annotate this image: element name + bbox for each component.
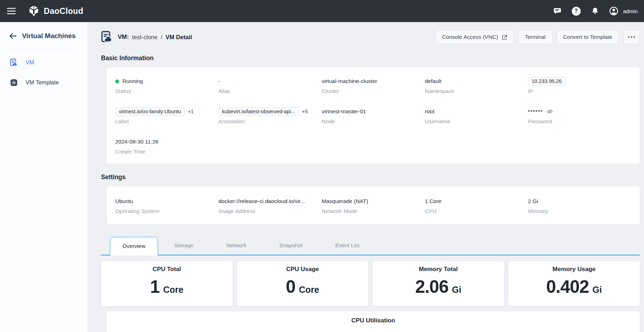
namespace-label: Namespace: [425, 88, 528, 94]
basic-information-heading: Basic Information: [101, 55, 640, 62]
user-avatar[interactable]: [609, 6, 618, 16]
username-value: root: [425, 107, 528, 116]
memory-usage-unit: Gi: [592, 285, 602, 295]
cpu-usage-title: CPU Usage: [237, 266, 369, 273]
vm-template-icon: [10, 79, 18, 87]
image-address-label: Image Address: [218, 208, 322, 214]
breadcrumb-separator: /: [161, 34, 163, 41]
terminal-button[interactable]: Terminal: [518, 30, 552, 44]
create-time-label: Create Time: [115, 149, 218, 155]
help-button[interactable]: ?: [571, 6, 581, 16]
field-create-time: 2024-08-30 11:26 Create Time: [115, 138, 218, 155]
sidebar-item-vm-label: VM: [26, 59, 34, 66]
vm-doc-cloud-icon: [10, 58, 18, 67]
cpu-total-value: 1: [150, 278, 160, 296]
sidebar-item-vm[interactable]: VM: [0, 53, 88, 73]
stat-card-cpu-usage: CPU Usage 0 Core: [237, 261, 369, 306]
cpu-label: CPU: [425, 208, 528, 214]
status-label: Status: [115, 88, 218, 94]
eye-off-icon: [546, 108, 553, 115]
ellipsis-icon: [628, 36, 629, 38]
convert-to-template-label: Convert to Template: [563, 34, 612, 40]
os-value: Ubuntu: [115, 197, 218, 206]
namespace-value: default: [425, 77, 528, 85]
node-value: virtnest-master-01: [322, 107, 425, 116]
breadcrumb: VM: test-clone / VM Detail: [118, 33, 192, 41]
tab-network[interactable]: Network: [210, 236, 263, 255]
cpu-usage-value: 0: [286, 278, 295, 296]
brand-logo: DaoCloud: [28, 5, 83, 17]
memory-label: Memory: [528, 208, 631, 214]
create-time-value: 2024-08-30 11:26: [115, 138, 218, 146]
annotation-chip: kubevirt.io/latest-observed-api...: [218, 107, 299, 116]
password-masked-value: ******: [528, 109, 543, 114]
cluster-label: Cluster: [322, 88, 425, 94]
field-node: virtnest-master-01 Node: [322, 107, 425, 125]
field-namespace: default Namespace: [425, 77, 528, 94]
field-annotation: kubevirt.io/latest-observed-api... +5 An…: [218, 107, 322, 125]
settings-heading: Settings: [101, 173, 640, 181]
sidebar-title: Virtual Machines: [22, 32, 76, 40]
breadcrumb-page-title: VM Detail: [165, 34, 192, 41]
memory-usage-title: Memory Usage: [508, 266, 640, 273]
top-navbar: DaoCloud ? admin: [0, 0, 644, 22]
console-access-vnc-button[interactable]: Console Access (VNC): [436, 30, 514, 44]
daocloud-logo-icon: [28, 5, 40, 17]
console-access-label: Console Access (VNC): [442, 34, 498, 40]
settings-card: Ubuntu Operating System docker://release…: [107, 186, 640, 224]
cpu-usage-unit: Core: [299, 285, 319, 295]
question-mark-icon: ?: [572, 7, 581, 16]
cpu-value: 1 Core: [425, 197, 528, 206]
tab-storage[interactable]: Storage: [158, 236, 210, 255]
username-label-field: Username: [425, 118, 528, 125]
more-actions-button[interactable]: [623, 30, 640, 44]
field-password: ****** Password: [528, 107, 631, 125]
field-os: Ubuntu Operating System: [115, 197, 218, 214]
field-cpu: 1 Core CPU: [425, 197, 528, 214]
network-mode-value: Masquerade (NAT): [322, 197, 425, 206]
stat-card-cpu-total: CPU Total 1 Core: [101, 261, 233, 306]
alias-label: Alias: [218, 88, 322, 94]
field-memory: 2 Gi Memory: [528, 197, 631, 214]
memory-total-title: Memory Total: [373, 266, 504, 273]
memory-usage-value: 0.402: [546, 278, 589, 296]
cpu-total-unit: Core: [163, 285, 184, 295]
password-visibility-toggle[interactable]: [546, 108, 553, 115]
field-network-mode: Masquerade (NAT) Network Mode: [322, 197, 425, 214]
bell-icon: [591, 7, 600, 16]
breadcrumb-vm-name: test-clone: [132, 34, 158, 41]
hamburger-icon: [7, 7, 16, 15]
message-icon: [553, 7, 562, 16]
back-arrow-icon[interactable]: [9, 32, 17, 40]
network-mode-label: Network Mode: [322, 208, 425, 214]
notifications-button[interactable]: [590, 6, 600, 16]
sidebar-item-vm-template-label: VM Template: [26, 79, 59, 86]
field-image-address: docker://release-ci.daocloud.io/vir... I…: [218, 197, 322, 214]
breadcrumb-vm-label: VM:: [118, 33, 129, 41]
tab-event-list[interactable]: Event List: [319, 236, 376, 255]
terminal-label: Terminal: [525, 34, 546, 40]
basic-information-card: Running Status - Alias virtual-machine-c…: [107, 67, 640, 164]
ip-chip: 10.233.95.26: [528, 77, 565, 85]
hamburger-menu-button[interactable]: [0, 0, 23, 22]
annotation-more-badge[interactable]: +5: [302, 109, 308, 114]
field-alias: - Alias: [218, 77, 322, 94]
cpu-total-title: CPU Total: [101, 266, 233, 273]
stat-card-memory-usage: Memory Usage 0.402 Gi: [508, 261, 640, 306]
status-dot-icon: [115, 79, 119, 83]
image-address-value: docker://release-ci.daocloud.io/vir...: [218, 197, 322, 206]
field-cluster: virtual-machine-cluster Cluster: [322, 77, 425, 94]
sidebar-item-vm-template[interactable]: VM Template: [0, 73, 88, 93]
detail-tabs: Overview Storage Network Snapshot Event …: [101, 236, 640, 255]
memory-total-unit: Gi: [452, 285, 461, 295]
tab-overview[interactable]: Overview: [110, 237, 158, 255]
label-more-badge[interactable]: +1: [188, 109, 194, 114]
convert-to-template-button[interactable]: Convert to Template: [557, 30, 619, 44]
brand-name: DaoCloud: [44, 6, 83, 16]
username-label[interactable]: admin: [623, 8, 638, 14]
main-content: VM: test-clone / VM Detail Console Acces…: [88, 22, 644, 332]
field-status: Running Status: [115, 77, 218, 94]
external-link-icon: [501, 34, 507, 40]
tab-snapshot[interactable]: Snapshot: [263, 236, 319, 255]
messages-button[interactable]: [553, 6, 562, 16]
